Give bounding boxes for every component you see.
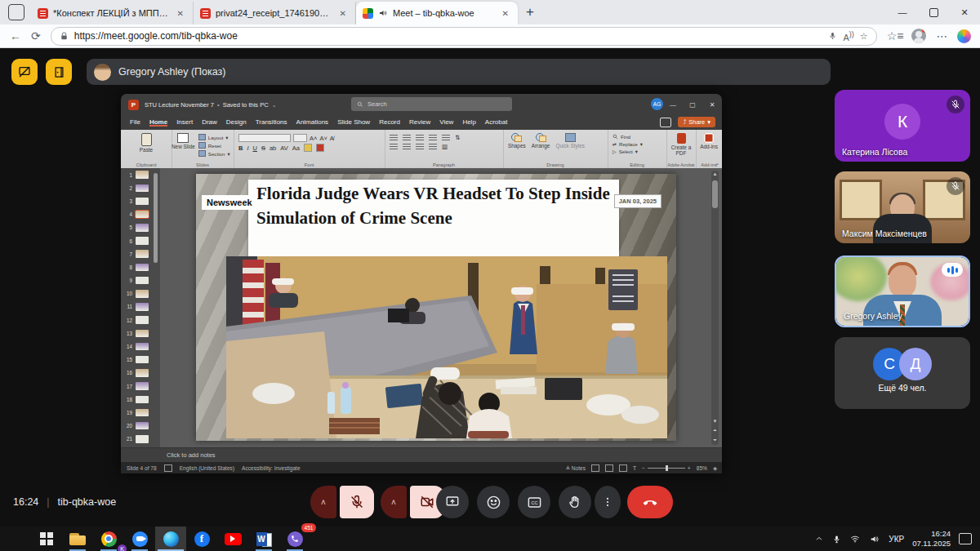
slide-thumbnail-row[interactable]: 15 xyxy=(121,353,160,367)
slideshow-icon[interactable]: 𝖳 xyxy=(633,465,636,472)
browser-tab[interactable]: privat24_receipt_1746190223.pdf✕ xyxy=(194,2,356,24)
present-screen-button[interactable] xyxy=(436,486,469,518)
taskbar-start-button[interactable] xyxy=(31,527,62,551)
thumbnail-preview[interactable] xyxy=(136,237,149,245)
tab-close-icon[interactable]: ✕ xyxy=(175,8,186,19)
slide-thumbnail-row[interactable]: 20 xyxy=(121,420,160,433)
ppt-menu-transitions[interactable]: Transitions xyxy=(256,118,287,127)
more-options-button[interactable] xyxy=(595,486,621,518)
slide-scrollbar[interactable]: ▲ ▼ ⏶ ⏷ xyxy=(711,171,719,445)
thumbnail-preview[interactable] xyxy=(136,171,149,179)
scroll-down-icon[interactable]: ▼ xyxy=(711,419,719,424)
refresh-button[interactable]: ⟳ xyxy=(31,29,41,42)
browser-tab[interactable]: *Конспект ЛЕКЦІЙ з МПП.pdf✕ xyxy=(31,2,194,24)
replace-button[interactable]: ⇄Replace ▾ xyxy=(612,141,666,147)
ppt-menu-review[interactable]: Review xyxy=(409,118,430,127)
captions-button[interactable]: CC xyxy=(518,486,550,518)
change-case-button[interactable]: Aa xyxy=(292,144,300,152)
ppt-menu-draw[interactable]: Draw xyxy=(202,118,217,127)
thumbnail-preview[interactable] xyxy=(136,224,149,232)
minimize-button[interactable]: — xyxy=(887,0,918,24)
ppt-account-avatar[interactable]: AG xyxy=(651,98,663,110)
thumbnail-preview[interactable] xyxy=(136,316,149,324)
notes-toggle[interactable]: ≜ Notes xyxy=(565,465,586,472)
slide-sorter-icon[interactable] xyxy=(605,464,613,472)
grow-font-icon[interactable]: A˄ xyxy=(310,135,317,142)
justify-button[interactable] xyxy=(429,144,437,150)
taskbar-word-button[interactable]: W xyxy=(248,527,279,551)
find-button[interactable]: Find xyxy=(612,134,666,140)
read-aloud-icon[interactable]: A)) xyxy=(843,30,853,42)
slide-thumbnail-row[interactable]: 10 xyxy=(121,287,160,300)
font-color-button[interactable] xyxy=(316,144,324,152)
close-button[interactable]: ✕ xyxy=(949,0,980,24)
slide-thumbnail-row[interactable]: 18 xyxy=(121,393,160,406)
ppt-menu-slide-show[interactable]: Slide Show xyxy=(337,118,370,127)
quick-styles-button[interactable]: Quick Styles xyxy=(555,133,585,149)
ppt-menu-acrobat[interactable]: Acrobat xyxy=(485,118,508,127)
thumbnail-preview[interactable] xyxy=(136,396,149,404)
reading-view-icon[interactable] xyxy=(619,464,627,472)
leave-room-button[interactable] xyxy=(46,59,72,85)
ppt-menu-help[interactable]: Help xyxy=(462,118,475,127)
ppt-maximize-button[interactable]: ▢ xyxy=(683,94,702,115)
scrollbar-thumb[interactable] xyxy=(712,180,718,208)
slide-thumbnail-row[interactable]: 13 xyxy=(121,327,160,340)
language-indicator[interactable]: УКР xyxy=(889,535,904,544)
arrange-button[interactable]: Arrange xyxy=(532,133,550,149)
copilot-icon[interactable] xyxy=(957,29,971,43)
thumbnail-preview[interactable] xyxy=(136,250,149,258)
align-right-button[interactable] xyxy=(416,144,424,150)
ppt-saved-state[interactable]: Saved to this PC xyxy=(223,101,269,109)
slide-thumbnail-row[interactable]: 17 xyxy=(121,380,160,393)
ppt-menu-animations[interactable]: Animations xyxy=(296,118,329,127)
columns-button[interactable]: ▥ xyxy=(442,143,448,150)
zoom-knob[interactable] xyxy=(666,465,668,471)
raise-hand-button[interactable] xyxy=(559,486,591,518)
ppt-notes-bar[interactable]: Click to add notes xyxy=(121,447,722,462)
bullets-button[interactable] xyxy=(390,135,398,141)
ppt-menu-file[interactable]: File xyxy=(130,118,140,127)
zoom-percent[interactable]: 85% xyxy=(697,465,707,471)
tab-actions-icon[interactable] xyxy=(8,4,24,20)
mic-toggle-button[interactable] xyxy=(340,486,374,518)
ppt-close-button[interactable]: ✕ xyxy=(702,94,722,115)
thumbnail-preview[interactable] xyxy=(136,382,149,390)
voice-search-icon[interactable] xyxy=(828,31,837,41)
next-slide-icon[interactable]: ⏷ xyxy=(711,438,719,443)
new-tab-button[interactable]: + xyxy=(526,4,534,20)
addins-button[interactable]: Add-ins xyxy=(696,133,722,149)
line-spacing-button[interactable] xyxy=(442,135,450,141)
back-button[interactable]: ← xyxy=(10,29,21,42)
url-field[interactable]: https://meet.google.com/tib-qbka-woe A))… xyxy=(51,27,877,46)
text-direction-button[interactable]: ⇅ xyxy=(455,134,460,141)
zoom-slider[interactable]: −+ xyxy=(642,465,691,471)
thumbnail-scrollbar[interactable] xyxy=(154,173,158,263)
presenter-banner[interactable]: Gregory Ashley (Показ) xyxy=(87,59,831,85)
font-name-box[interactable] xyxy=(238,134,291,142)
slide-thumbnail-row[interactable]: 21 xyxy=(121,433,160,446)
end-call-button[interactable] xyxy=(627,486,673,518)
new-slide-button[interactable]: New Slide xyxy=(172,133,195,157)
volume-icon[interactable] xyxy=(869,534,880,544)
mic-options-chevron[interactable]: ˄ xyxy=(310,486,336,518)
scroll-up-icon[interactable]: ▲ xyxy=(711,171,719,176)
taskbar-chrome-button[interactable]: K xyxy=(93,527,124,551)
align-left-button[interactable] xyxy=(390,144,398,150)
taskbar-explorer-button[interactable] xyxy=(62,527,93,551)
reset-button[interactable]: Reset xyxy=(198,142,230,149)
wifi-icon[interactable] xyxy=(849,534,861,544)
thumbnail-preview[interactable] xyxy=(136,184,149,193)
numbering-button[interactable] xyxy=(403,135,411,141)
slide-thumbnail-row[interactable]: 14 xyxy=(121,340,160,353)
more-participants-tile[interactable]: СДЕщё 49 чел. xyxy=(835,337,970,409)
notification-center-icon[interactable] xyxy=(959,533,972,544)
thumbnail-preview[interactable] xyxy=(136,198,149,206)
thumbnail-preview[interactable] xyxy=(136,290,149,298)
ppt-menu-insert[interactable]: Insert xyxy=(176,118,193,127)
favorites-bar-icon[interactable]: ☆≡ xyxy=(887,29,904,42)
display-settings-icon[interactable] xyxy=(164,464,172,472)
browser-tab[interactable]: Meet – tib-qbka-woe✕ xyxy=(356,2,518,24)
select-button[interactable]: ▷Select ▾ xyxy=(612,149,666,154)
ppt-menu-design[interactable]: Design xyxy=(226,118,247,127)
